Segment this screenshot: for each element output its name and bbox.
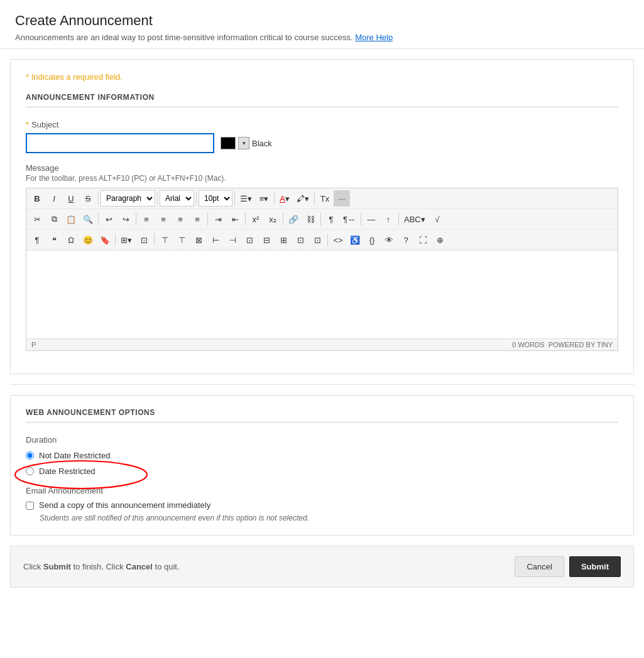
- table-edit-button[interactable]: ⊡: [136, 232, 152, 248]
- toolbar-sep-9: [207, 213, 208, 225]
- align-center-button[interactable]: ≡: [155, 211, 172, 227]
- clear-format-button[interactable]: Tx: [317, 190, 333, 207]
- table-merge-cells[interactable]: ⊞: [275, 232, 292, 248]
- subject-input[interactable]: [26, 133, 214, 153]
- fullscreen-button[interactable]: ⛶: [415, 232, 431, 248]
- show-invisible-button[interactable]: ¶↔: [340, 211, 359, 227]
- send-copy-label[interactable]: Send a copy of this announcement immedia…: [39, 500, 210, 510]
- spellcheck-button[interactable]: ABC▾: [401, 211, 428, 227]
- pilcrow-button[interactable]: ¶: [29, 232, 45, 248]
- indent-button[interactable]: ⇥: [210, 211, 226, 227]
- align-right-button[interactable]: ≡: [172, 211, 188, 227]
- toolbar-sep-10: [245, 213, 246, 225]
- color-dropdown-button[interactable]: ▾: [238, 137, 249, 149]
- editor-footer: P 0 WORDS POWERED BY TINY: [26, 338, 618, 350]
- subject-row: ▾ Black: [26, 133, 618, 153]
- toolbar-sep-1: [98, 192, 99, 205]
- source-code-button[interactable]: <>: [330, 232, 346, 248]
- strikethrough-button[interactable]: S: [80, 190, 96, 207]
- toolbar-row-2: ✂ ⧉ 📋 🔍 ↩ ↪ ≡ ≡ ≡ ≡ ⇥ ⇤: [26, 209, 618, 230]
- message-field-group: Message For the toolbar, press ALT+F10 (…: [26, 163, 618, 351]
- redo-button[interactable]: ↪: [117, 211, 134, 227]
- underline-button[interactable]: U: [63, 190, 79, 207]
- help-button[interactable]: ?: [398, 232, 414, 248]
- blockquote-button[interactable]: ❝: [46, 232, 62, 248]
- unordered-list-button[interactable]: ☰▾: [237, 190, 255, 207]
- bold-button[interactable]: B: [29, 190, 45, 207]
- accessibility-button[interactable]: ♿: [347, 232, 363, 248]
- table-delete-row[interactable]: ⊠: [190, 232, 207, 248]
- undo-button[interactable]: ↩: [101, 211, 117, 227]
- superscript-button[interactable]: x²: [248, 211, 264, 227]
- more-help-link[interactable]: More Help: [355, 33, 393, 42]
- align-left-button[interactable]: ≡: [138, 211, 155, 227]
- date-restricted-label[interactable]: Date Restricted: [39, 467, 96, 476]
- ordered-list-button[interactable]: ≡▾: [256, 190, 272, 207]
- table-insert-col-before[interactable]: ⊢: [207, 232, 224, 248]
- message-label: Message: [26, 163, 618, 173]
- search-button[interactable]: 🔍: [80, 211, 96, 227]
- editor-content-area[interactable]: [26, 251, 618, 338]
- action-bar: Click Submit to finish. Click Cancel to …: [10, 546, 634, 588]
- color-swatch: ▾ Black: [221, 137, 272, 149]
- font-family-select[interactable]: Arial: [160, 190, 194, 207]
- table-cell-props[interactable]: ⊡: [309, 232, 325, 248]
- subject-label: * Subject: [26, 120, 618, 129]
- cancel-button[interactable]: Cancel: [515, 556, 564, 577]
- toolbar-sep-16: [154, 234, 155, 246]
- table-button[interactable]: ⊞▾: [117, 232, 135, 248]
- table-insert-row-before[interactable]: ⊤: [156, 232, 173, 248]
- emoji-button[interactable]: 😊: [80, 232, 96, 248]
- omega-button[interactable]: Ω: [63, 232, 79, 248]
- font-size-select[interactable]: 10pt: [199, 190, 232, 207]
- submit-button[interactable]: Submit: [569, 556, 621, 577]
- subject-field-group: * Subject ▾ Black: [26, 120, 618, 153]
- table-insert-col-after[interactable]: ⊣: [224, 232, 241, 248]
- italic-button[interactable]: I: [46, 190, 62, 207]
- unlink-button[interactable]: ⛓: [302, 211, 319, 227]
- toolbar-sep-5: [274, 192, 275, 205]
- toolbar-sep-8: [136, 213, 136, 225]
- paragraph-format-select[interactable]: Paragraph: [101, 190, 155, 207]
- editor-word-count: 0 WORDS POWERED BY TINY: [512, 341, 613, 348]
- page-subtitle: Announcements are an ideal way to post t…: [15, 33, 629, 42]
- date-restricted-option: Date Restricted: [26, 467, 96, 476]
- show-blocks-button[interactable]: ¶: [323, 211, 339, 227]
- table-split-cells[interactable]: ⊟: [258, 232, 275, 248]
- code-sample-button[interactable]: {}: [364, 232, 380, 248]
- section-divider: [10, 384, 634, 385]
- highlight-color-button[interactable]: 🖍▾: [293, 190, 312, 207]
- copy-button[interactable]: ⧉: [46, 211, 62, 227]
- paste-button[interactable]: 📋: [63, 211, 79, 227]
- email-announcement-label: Email Announcement: [26, 486, 618, 495]
- subtitle-text: Announcements are an ideal way to post t…: [15, 33, 353, 42]
- cut-button[interactable]: ✂: [29, 211, 45, 227]
- email-note: Students are still notified of this anno…: [40, 514, 618, 522]
- action-text-middle: to finish. Click: [71, 562, 126, 571]
- text-color-button[interactable]: A▾: [276, 190, 293, 207]
- section1-heading: ANNOUNCEMENT INFORMATION: [26, 93, 618, 107]
- table-insert-row-after[interactable]: ⊤: [173, 232, 190, 248]
- bookmark-button[interactable]: 🔖: [97, 232, 113, 248]
- outdent-button[interactable]: ⇤: [227, 211, 243, 227]
- send-copy-checkbox[interactable]: [26, 502, 34, 510]
- horizontal-rule-button[interactable]: —: [363, 211, 379, 227]
- link-button[interactable]: 🔗: [285, 211, 302, 227]
- web-announcement-section: WEB ANNOUNCEMENT OPTIONS Duration Not Da…: [10, 395, 634, 536]
- table-row-props[interactable]: ⊡: [292, 232, 308, 248]
- align-justify-button[interactable]: ≡: [189, 211, 205, 227]
- math-button[interactable]: √: [429, 211, 445, 227]
- subscript-button[interactable]: x₂: [265, 211, 281, 227]
- editor-paragraph-tag: P: [31, 341, 36, 348]
- not-date-restricted-label[interactable]: Not Date Restricted: [39, 451, 110, 460]
- duration-label: Duration: [26, 435, 618, 445]
- preview-button[interactable]: 👁: [381, 232, 397, 248]
- toolbar-sep-15: [115, 234, 116, 246]
- add-button[interactable]: ⊕: [432, 232, 448, 248]
- not-date-restricted-radio[interactable]: [26, 451, 34, 460]
- table-delete-col[interactable]: ⊡: [241, 232, 258, 248]
- more-options-button[interactable]: ···: [334, 190, 350, 207]
- page-header: Create Announcement Announcements are an…: [0, 0, 644, 49]
- date-restricted-radio[interactable]: [26, 467, 34, 475]
- insert-special-button[interactable]: ↑: [380, 211, 396, 227]
